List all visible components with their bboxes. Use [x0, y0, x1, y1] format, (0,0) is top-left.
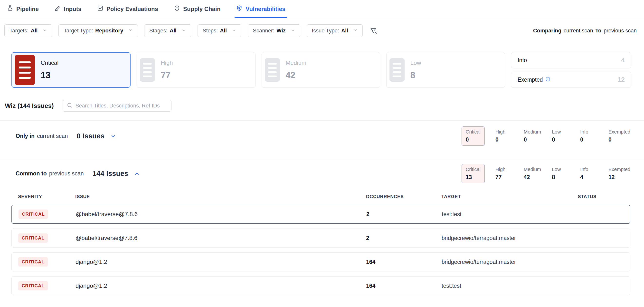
severity-card-count: 77: [161, 70, 173, 80]
clear-filters-icon[interactable]: [370, 27, 377, 34]
stat-high[interactable]: High0: [496, 127, 513, 146]
occurrences-cell: 2: [366, 211, 442, 218]
column-header-status: STATUS: [578, 194, 630, 199]
severity-card-exempted[interactable]: Exempted 12: [511, 72, 631, 88]
tab-supply-chain[interactable]: Supply Chain: [174, 0, 220, 18]
column-header-issue: ISSUE: [75, 194, 366, 199]
section-prefix: Common to: [16, 170, 47, 177]
section-only-current-scan: Only in current scan 0 Issues Critical0 …: [0, 120, 644, 152]
section-issues-count[interactable]: 0 Issues: [77, 132, 104, 140]
chevron-down-icon: [229, 28, 236, 34]
chevron-up-icon[interactable]: [134, 171, 140, 177]
table-header-row: SEVERITY ISSUE OCCURRENCES TARGET STATUS: [12, 190, 630, 205]
target-cell: test:test: [442, 211, 578, 218]
filter-steps[interactable]: Steps: All: [198, 24, 242, 37]
severity-card-label: Low: [410, 60, 421, 66]
occurrences-cell: 164: [366, 259, 442, 265]
severity-card-count: 13: [41, 70, 58, 80]
column-header-severity: SEVERITY: [18, 194, 75, 199]
section-severity-stats: Critical0 High0 Medium0 Low0 Info0 Exemp…: [462, 126, 630, 146]
severity-list-icon: [390, 58, 404, 82]
stat-medium[interactable]: Medium42: [524, 164, 541, 183]
issue-cell: @babel/traverse@7.8.6: [76, 211, 366, 218]
column-header-occurrences: OCCURRENCES: [366, 194, 441, 199]
stat-info[interactable]: Info0: [580, 127, 598, 146]
severity-card-label: Exempted: [518, 76, 550, 83]
severity-card-low[interactable]: Low 8: [386, 52, 505, 88]
search-icon: [67, 102, 72, 109]
section-severity-stats: Critical13 High77 Medium42 Low8 Info4 Ex…: [462, 164, 630, 183]
severity-badge: CRITICAL: [18, 257, 48, 266]
tab-label: Policy Evaluations: [106, 6, 158, 12]
severity-card-count: 12: [618, 76, 625, 84]
tab-label: Supply Chain: [183, 6, 220, 12]
filter-targets[interactable]: Targets: All: [4, 24, 52, 37]
stat-critical[interactable]: Critical0: [462, 126, 485, 146]
issue-cell: @babel/traverse@7.8.6: [76, 235, 366, 242]
vulnerabilities-icon: [236, 5, 242, 13]
issue-search-box[interactable]: [62, 100, 172, 112]
info-icon[interactable]: [545, 76, 550, 83]
stat-exempted[interactable]: Exempted0: [608, 127, 630, 146]
tab-vulnerabilities[interactable]: Vulnerabilities: [236, 0, 285, 18]
chevron-down-icon: [179, 28, 186, 34]
tab-policy-evaluations[interactable]: Policy Evaluations: [97, 0, 158, 18]
tab-pipeline[interactable]: Pipeline: [7, 0, 39, 18]
target-cell: bridgecrewio/terragoat:master: [442, 259, 578, 265]
severity-card-high[interactable]: High 77: [137, 52, 255, 88]
tab-label: Pipeline: [16, 6, 39, 12]
severity-list-icon: [265, 58, 280, 82]
search-input[interactable]: [76, 102, 167, 109]
filter-stages[interactable]: Stages: All: [144, 24, 191, 37]
filter-issue-type[interactable]: Issue Type: All: [307, 24, 363, 37]
severity-badge: CRITICAL: [18, 234, 48, 243]
occurrences-cell: 2: [366, 235, 442, 242]
stat-low[interactable]: Low0: [552, 127, 570, 146]
severity-card-info[interactable]: Info 4: [511, 52, 631, 68]
section-issues-count[interactable]: 144 Issues: [92, 170, 128, 178]
issue-cell: django@1.2: [76, 282, 366, 289]
target-cell: bridgecrewio/terragoat:master: [442, 235, 578, 242]
stat-high[interactable]: High77: [496, 164, 513, 183]
table-row[interactable]: CRITICAL @babel/traverse@7.8.6 2 test:te…: [12, 205, 630, 224]
severity-card-count: 8: [410, 70, 421, 80]
inputs-icon: [54, 5, 61, 13]
compare-scan-text: Comparing current scan To previous scan: [533, 28, 637, 34]
severity-card-critical[interactable]: Critical 13: [12, 52, 130, 88]
chevron-down-icon: [288, 28, 295, 34]
tab-label: Vulnerabilities: [246, 6, 285, 12]
stat-critical[interactable]: Critical13: [462, 164, 485, 183]
chevron-down-icon: [126, 28, 133, 34]
filter-target-type[interactable]: Target Type: Repository: [58, 24, 138, 37]
top-tab-bar: Pipeline Inputs Policy Evaluations Suppl…: [0, 0, 644, 18]
table-row[interactable]: CRITICAL @babel/traverse@7.8.6 2 bridgec…: [12, 228, 630, 248]
severity-cards-row: Critical 13 High 77 Medium 42 Low 8 Info…: [12, 52, 631, 88]
severity-card-label: Info: [518, 57, 527, 64]
table-row[interactable]: CRITICAL django@1.2 164 test:test: [12, 276, 630, 295]
tab-label: Inputs: [64, 6, 81, 12]
occurrences-cell: 164: [366, 283, 442, 289]
severity-card-count: 42: [286, 70, 306, 80]
chevron-down-icon[interactable]: [110, 133, 116, 139]
severity-card-label: High: [161, 60, 173, 66]
tab-inputs[interactable]: Inputs: [54, 0, 81, 18]
severity-card-count: 4: [621, 56, 625, 64]
stat-low[interactable]: Low8: [552, 164, 570, 183]
severity-badge: CRITICAL: [18, 210, 48, 219]
stat-exempted[interactable]: Exempted12: [608, 164, 630, 183]
table-row[interactable]: CRITICAL django@1.2 164 bridgecrewio/ter…: [12, 252, 630, 272]
stat-medium[interactable]: Medium0: [524, 127, 541, 146]
scanner-section-header: Wiz (144 Issues): [5, 100, 631, 112]
severity-list-icon: [15, 55, 35, 85]
stat-info[interactable]: Info4: [580, 164, 598, 183]
column-header-target: TARGET: [441, 194, 578, 199]
target-cell: test:test: [442, 283, 578, 289]
severity-side-column: Info 4 Exempted 12: [511, 52, 631, 88]
severity-card-medium[interactable]: Medium 42: [262, 52, 380, 88]
issue-cell: django@1.2: [76, 258, 366, 265]
policy-evaluations-icon: [97, 5, 104, 13]
severity-card-label: Critical: [41, 60, 58, 66]
chevron-down-icon: [350, 28, 358, 34]
filter-scanner[interactable]: Scanner: Wiz: [248, 24, 300, 37]
severity-card-label: Medium: [286, 60, 306, 66]
